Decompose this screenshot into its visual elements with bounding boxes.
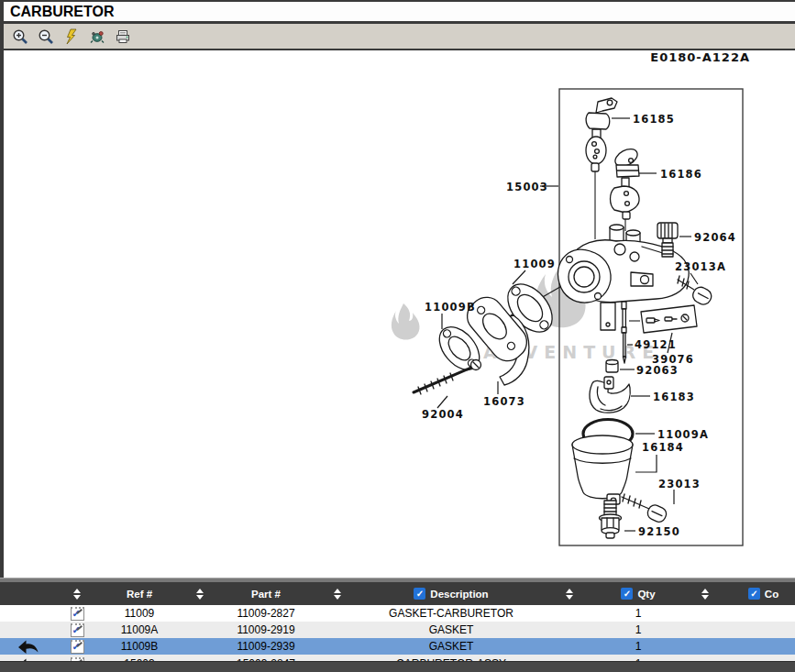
part-label-23013[interactable]: 23013 <box>658 478 701 490</box>
part-92004-screw <box>414 360 481 395</box>
column-label: Ref # <box>127 589 152 600</box>
column-checkbox-icon[interactable]: ✓ <box>414 588 425 600</box>
part-label-11009A[interactable]: 11009A <box>657 428 709 441</box>
column-label: Qty <box>637 589 655 600</box>
comments-cell <box>732 655 795 661</box>
part-cell: 11009-2827 <box>218 605 314 622</box>
ref-cell: 11009A <box>97 622 182 638</box>
zoom-out-icon[interactable] <box>37 28 55 46</box>
column-header-co[interactable]: ✓Co <box>732 582 795 605</box>
spacer-cell <box>182 638 218 655</box>
watermark-flame-icon <box>392 303 420 340</box>
spacer-cell <box>541 638 598 655</box>
parts-list-icon[interactable]: ✓ <box>71 623 84 637</box>
part-cell: 11009-2919 <box>218 622 314 638</box>
qty-cell: 1 <box>598 605 679 622</box>
table-row-11009[interactable]: ✓1100911009-2827GASKET-CARBURETOR1 <box>0 605 795 622</box>
flash-icon[interactable] <box>62 28 81 46</box>
part-label-15003[interactable]: 15003 <box>506 181 548 193</box>
column-header[interactable] <box>182 582 218 605</box>
parts-list-icon[interactable]: ✓ <box>71 640 84 654</box>
spacer-cell <box>679 605 732 622</box>
spacer-cell <box>541 622 598 638</box>
back-arrow-icon[interactable] <box>17 657 39 661</box>
qty-cell: 1 <box>598 638 679 655</box>
column-header[interactable] <box>57 582 97 605</box>
part-label-16186[interactable]: 16186 <box>660 168 702 181</box>
parts-list-icon[interactable]: ✓ <box>71 657 84 661</box>
table-header: Ref #Part #✓Description✓Qty✓Co <box>0 582 795 605</box>
row-doc-cell: ✓ <box>57 638 97 655</box>
part-92063-plug <box>606 360 618 373</box>
part-16185-choke-lever <box>586 98 617 171</box>
table-row-15003[interactable]: ✓1500315003-2847CARBURETOR-ASSY1 <box>0 655 795 661</box>
spacer-cell <box>679 622 732 638</box>
description-cell: GASKET <box>361 638 541 655</box>
row-action-cell <box>0 638 57 655</box>
column-checkbox-icon[interactable]: ✓ <box>748 588 760 600</box>
column-checkbox-icon[interactable]: ✓ <box>621 588 633 600</box>
sort-icon[interactable] <box>566 589 573 600</box>
part-label-92064[interactable]: 92064 <box>694 231 736 244</box>
part-label-92150[interactable]: 92150 <box>638 525 680 538</box>
diagram-code: E0180-A122A <box>650 50 750 64</box>
sort-icon[interactable] <box>196 589 204 600</box>
column-header[interactable] <box>314 582 361 605</box>
qty-cell: 1 <box>598 622 679 638</box>
sort-icon[interactable] <box>334 589 341 600</box>
part-label-16184[interactable]: 16184 <box>642 441 684 454</box>
print-icon[interactable] <box>114 28 132 46</box>
diagram-panel: LEADVENTURE E0180-A122A <box>0 50 795 578</box>
parts-diagram: LEADVENTURE E0180-A122A <box>4 50 795 578</box>
part-label-92063[interactable]: 92063 <box>636 364 679 377</box>
spacer-cell <box>541 655 598 661</box>
hotspot-icon[interactable] <box>88 28 106 46</box>
part-label-23013A[interactable]: 23013A <box>675 260 726 273</box>
toolbar <box>0 24 795 50</box>
row-doc-cell: ✓ <box>57 605 97 622</box>
table-row-11009B[interactable]: ✓11009B11009-2939GASKET1 <box>0 638 795 655</box>
row-doc-cell: ✓ <box>57 655 97 661</box>
part-23013-screw <box>622 494 668 524</box>
part-cell: 11009-2939 <box>218 638 314 655</box>
part-label-16183[interactable]: 16183 <box>653 391 695 403</box>
column-label: Description <box>430 589 488 600</box>
row-action-cell <box>0 655 57 661</box>
part-label-16073[interactable]: 16073 <box>483 395 525 408</box>
comments-cell <box>732 638 795 655</box>
sort-icon[interactable] <box>701 589 709 600</box>
column-header-part[interactable]: Part # <box>218 582 314 605</box>
parts-list-icon[interactable]: ✓ <box>71 607 84 621</box>
back-arrow-icon[interactable] <box>17 639 39 655</box>
column-header-qty[interactable]: ✓Qty <box>598 582 679 605</box>
spacer-cell <box>679 655 732 661</box>
ref-cell: 15003 <box>97 655 182 661</box>
sort-icon[interactable] <box>73 589 81 600</box>
column-header-ref[interactable]: Ref # <box>97 582 182 605</box>
part-16183-float <box>590 377 630 413</box>
comments-cell <box>732 605 795 622</box>
zoom-in-icon[interactable] <box>11 28 29 46</box>
part-label-16185[interactable]: 16185 <box>633 113 675 126</box>
ref-cell: 11009 <box>97 605 182 622</box>
spacer-cell <box>314 638 361 655</box>
column-header[interactable] <box>679 582 732 605</box>
column-header-description[interactable]: ✓Description <box>361 582 541 605</box>
table-body: ✓1100911009-2827GASKET-CARBURETOR1✓11009… <box>0 605 795 661</box>
part-39076-jet-kit <box>641 305 697 333</box>
spacer-cell <box>314 605 361 622</box>
part-label-92004[interactable]: 92004 <box>422 408 464 421</box>
column-label: Co <box>765 589 778 600</box>
row-action-cell <box>0 605 57 622</box>
column-header[interactable] <box>541 582 598 605</box>
table-row-11009A[interactable]: ✓11009A11009-2919GASKET1 <box>0 622 795 638</box>
part-label-11009B[interactable]: 11009B <box>425 301 476 314</box>
description-cell: CARBURETOR-ASSY <box>361 655 541 661</box>
ref-cell: 11009B <box>97 638 182 655</box>
part-label-11009[interactable]: 11009 <box>513 258 556 270</box>
part-cell: 15003-2847 <box>218 655 314 661</box>
spacer-cell <box>182 605 218 622</box>
part-92150-bolt <box>600 501 622 538</box>
part-16184-float-bowl <box>572 435 633 504</box>
part-label-49121[interactable]: 49121 <box>635 338 677 351</box>
